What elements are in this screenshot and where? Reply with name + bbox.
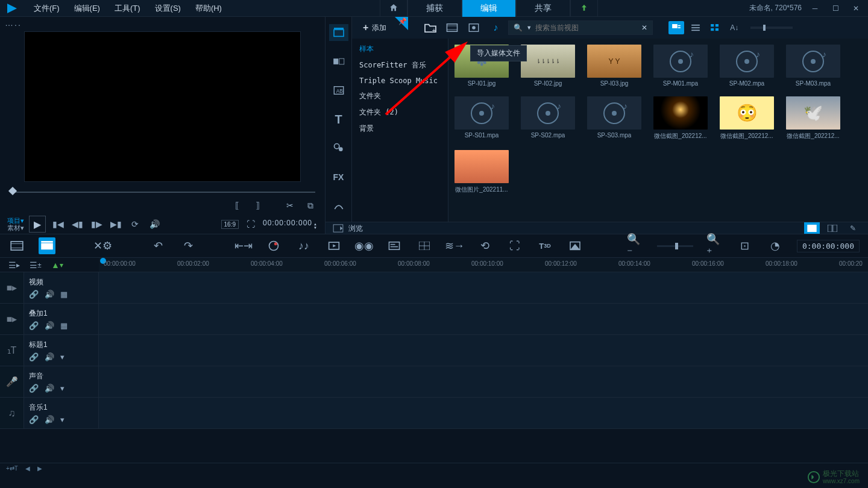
zoom-out-icon[interactable]: 🔍⁻ xyxy=(627,237,644,254)
next-frame-icon[interactable]: ▮▶ xyxy=(89,217,104,231)
folder-item[interactable]: 样本 xyxy=(352,41,448,57)
link-icon[interactable]: 🔗 xyxy=(29,384,39,393)
fx-icon[interactable]: FX xyxy=(329,169,348,186)
home-button[interactable] xyxy=(380,0,407,18)
media-thumb[interactable]: 🕊️微信截图_202212... xyxy=(786,96,840,140)
media-thumb[interactable]: SP-S02.mpa xyxy=(521,96,575,140)
sort-icon[interactable]: A↓ xyxy=(726,21,742,34)
media-thumb[interactable]: Y YSP-I03.jpg xyxy=(587,45,641,87)
subtitle-icon[interactable] xyxy=(386,237,403,254)
audio-mixer-icon[interactable]: ♪♪ xyxy=(295,237,312,254)
tab-share[interactable]: 共享 xyxy=(516,0,570,18)
media-thumb[interactable]: SP-M03.mpa xyxy=(786,45,840,87)
menu-file[interactable]: 文件(F) xyxy=(27,1,67,16)
import-folder-icon[interactable]: + xyxy=(421,20,439,36)
aspect-ratio[interactable]: 16:9 xyxy=(221,220,239,229)
crop-icon[interactable]: ⛶ xyxy=(506,237,523,254)
storyboard-view-icon[interactable] xyxy=(8,237,25,254)
timeline-timecode[interactable]: 0:00:00:000 xyxy=(797,240,860,252)
search-box[interactable]: 🔍 ▼ ✕ xyxy=(508,20,653,35)
scrubber[interactable] xyxy=(0,187,325,196)
panel-split-icon[interactable] xyxy=(825,222,840,234)
view-grid-icon[interactable] xyxy=(707,21,723,34)
scroll-mode-icon[interactable]: +⇄T xyxy=(6,465,18,472)
menu-settings[interactable]: 设置(S) xyxy=(148,1,188,16)
fit-project-icon[interactable]: ⊡ xyxy=(737,237,753,254)
folder-item[interactable]: 文件夹 (2) xyxy=(352,104,448,120)
zoom-slider[interactable] xyxy=(657,245,693,247)
media-library-icon[interactable] xyxy=(329,24,348,41)
mute-icon[interactable]: 🔊 xyxy=(45,384,54,393)
track-add-icon[interactable]: ☰± xyxy=(28,260,43,271)
effects-side-icon[interactable] xyxy=(329,140,348,157)
media-thumb[interactable]: SP-S01.mpa xyxy=(454,96,509,140)
record-icon[interactable] xyxy=(265,237,282,254)
track-options-icon[interactable]: ☰▸ xyxy=(6,260,22,271)
loop-icon[interactable]: ⟳ xyxy=(128,217,142,231)
filter-audio-icon[interactable]: ♪ xyxy=(486,20,505,36)
menu-help[interactable]: 帮助(H) xyxy=(188,1,229,16)
filter-photo-icon[interactable] xyxy=(465,20,483,36)
link-icon[interactable]: 🔗 xyxy=(29,352,39,361)
menu-edit[interactable]: 编辑(E) xyxy=(67,1,107,16)
view-list-icon[interactable] xyxy=(688,21,703,34)
link-icon[interactable]: 🔗 xyxy=(29,415,39,424)
snapshot-icon[interactable]: ⧉ xyxy=(303,198,318,213)
tools-icon[interactable]: ✕⚙ xyxy=(94,237,111,254)
material-label[interactable]: 素材▾ xyxy=(7,224,24,231)
track-body[interactable] xyxy=(99,366,868,397)
minimize-button[interactable]: ─ xyxy=(808,3,822,14)
zoom-in-icon[interactable]: 🔍⁺ xyxy=(706,237,723,254)
chapter-icon[interactable] xyxy=(326,237,342,254)
media-thumb[interactable]: 微信截图_202212... xyxy=(653,96,708,140)
media-thumb[interactable]: ⇂⇂⇂⇂⇂SP-I02.jpg xyxy=(521,45,575,87)
fit-icon[interactable]: ⇤⇥ xyxy=(235,237,252,254)
clear-search-icon[interactable]: ✕ xyxy=(641,23,647,32)
add-media-button[interactable]: + 添加 xyxy=(358,20,391,36)
track-body[interactable] xyxy=(99,304,868,334)
project-label[interactable]: 项目▾ xyxy=(7,217,24,224)
track-collapse-icon[interactable]: ▾ xyxy=(60,384,64,393)
pin-icon[interactable]: 📌 xyxy=(398,17,407,25)
link-icon[interactable]: 🔗 xyxy=(29,290,39,299)
folder-item[interactable]: ScoreFitter 音乐 xyxy=(352,57,448,74)
mute-icon[interactable]: 🔊 xyxy=(45,321,54,330)
maximize-button[interactable]: ☐ xyxy=(828,3,843,14)
clock-icon[interactable]: ◔ xyxy=(767,237,784,254)
link-icon[interactable]: 🔗 xyxy=(29,321,39,330)
3d-text-icon[interactable]: T3D xyxy=(536,237,553,254)
titles-side-icon[interactable]: AB xyxy=(329,82,348,99)
track-body[interactable] xyxy=(99,335,868,366)
mute-icon[interactable]: 🔊 xyxy=(45,290,54,299)
track-collapse-icon[interactable]: ▾ xyxy=(60,415,64,424)
track-fx-icon[interactable]: ▦ xyxy=(60,290,68,299)
browse-collapse-icon[interactable] xyxy=(333,224,344,233)
browse-label[interactable]: 浏览 xyxy=(348,224,363,234)
tab-capture[interactable]: 捕获 xyxy=(407,0,462,18)
track-body[interactable] xyxy=(99,272,868,303)
preview-timecode[interactable]: 00:00:00:000▲▼ xyxy=(263,219,318,230)
folder-item[interactable]: Triple Scoop Music xyxy=(352,74,448,88)
undo-icon[interactable]: ↶ xyxy=(149,237,166,254)
go-start-icon[interactable]: ▮◀ xyxy=(51,217,65,231)
mask-icon[interactable] xyxy=(567,237,583,254)
close-button[interactable]: ✕ xyxy=(849,3,863,14)
mark-out-icon[interactable]: ⟧ xyxy=(250,198,265,213)
view-tiles-icon[interactable] xyxy=(668,21,684,34)
timeline-view-icon[interactable] xyxy=(39,237,55,254)
playhead-marker[interactable] xyxy=(8,187,17,195)
thumb-size-slider[interactable] xyxy=(750,27,793,29)
transitions-icon[interactable] xyxy=(329,53,348,70)
rotate-icon[interactable]: ⟲ xyxy=(476,237,493,254)
time-ruler[interactable]: 00:00:00:0000:00:02:0000:00:04:0000:00:0… xyxy=(99,258,868,272)
cut-icon[interactable]: ✂ xyxy=(283,198,297,213)
upload-button[interactable] xyxy=(570,0,598,18)
media-thumb[interactable]: SP-M02.mpa xyxy=(720,45,774,87)
color-icon[interactable]: ◉◉ xyxy=(356,237,373,254)
search-input[interactable] xyxy=(535,23,638,32)
filter-video-icon[interactable] xyxy=(443,20,461,36)
mark-in-icon[interactable]: ⟦ xyxy=(230,198,244,213)
mute-icon[interactable]: 🔊 xyxy=(45,352,54,361)
path-icon[interactable] xyxy=(329,198,348,214)
panel-edit-icon[interactable]: ✎ xyxy=(845,222,861,234)
